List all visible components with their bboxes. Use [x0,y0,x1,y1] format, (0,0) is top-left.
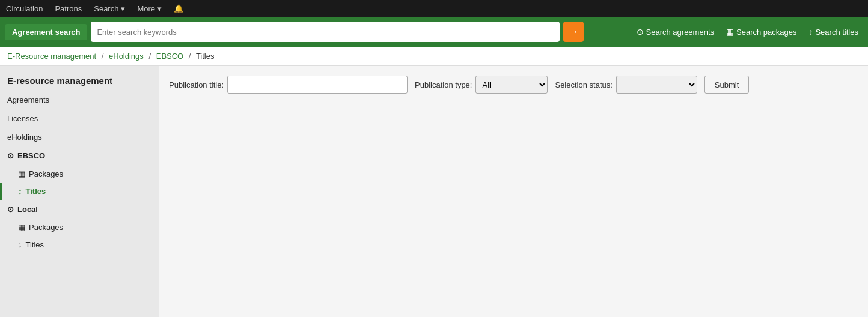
filter-sel-status: Selection status: Selected Not Selected … [555,76,697,94]
sidebar-item-agreements[interactable]: Agreements [0,91,159,109]
search-input-wrapper [91,22,560,42]
sidebar-subitem-ebsco-titles[interactable]: ↕ Titles [0,183,159,200]
sidebar-group-local[interactable]: ⊙ Local [0,200,159,219]
local-group-icon: ⊙ [7,205,14,214]
content-area: Publication title: Publication type: All… [159,66,868,317]
titles-icon: ↕ [808,27,813,37]
titles-icon: ↕ [18,240,22,249]
arrow-right-icon: → [569,26,578,37]
search-bar-row: Agreement search → ⊙ Search agreements ▦… [0,17,868,47]
search-input[interactable] [91,22,560,42]
nav-search[interactable]: Search ▾ [94,4,125,13]
agreements-icon: ⊙ [637,27,644,37]
packages-icon: ▦ [726,27,734,37]
breadcrumb-sep-2: / [148,52,151,61]
sidebar-group-ebsco[interactable]: ⊙ EBSCO [0,146,159,165]
breadcrumb: E-Resource management / eHoldings / EBSC… [0,47,868,66]
sidebar-item-eholdings[interactable]: eHoldings [0,128,159,146]
chevron-down-icon: ▾ [121,4,125,13]
pub-title-label: Publication title: [169,80,224,89]
sidebar-subitem-local-packages[interactable]: ▦ Packages [0,219,159,236]
ebsco-group-icon: ⊙ [7,151,14,160]
pub-title-input[interactable] [227,76,408,94]
search-tab-label[interactable]: Agreement search [5,24,87,40]
breadcrumb-current: Titles [196,52,215,61]
chevron-down-icon: ▾ [157,4,162,13]
packages-icon: ▦ [18,223,25,232]
sidebar-subitem-ebsco-packages[interactable]: ▦ Packages [0,165,159,183]
breadcrumb-sep-1: / [102,52,104,61]
main-layout: E-resource management Agreements License… [0,66,868,317]
packages-icon: ▦ [18,169,25,178]
filter-pub-type: Publication type: All Book Journal Datab… [415,76,548,94]
pub-type-select[interactable]: All Book Journal Database [475,76,548,94]
sidebar-item-licenses[interactable]: Licenses [0,109,159,128]
nav-patrons[interactable]: Patrons [55,4,82,13]
search-type-titles[interactable]: ↕ Search titles [804,25,863,39]
breadcrumb-sep-3: / [189,52,191,61]
nav-circulation[interactable]: Circulation [6,4,43,13]
pub-type-label: Publication type: [415,80,472,89]
search-type-agreements[interactable]: ⊙ Search agreements [632,25,719,39]
breadcrumb-eholdings[interactable]: eHoldings [109,52,144,61]
breadcrumb-eresource[interactable]: E-Resource management [7,52,96,61]
sidebar-subitem-local-titles[interactable]: ↕ Titles [0,236,159,253]
sidebar-section-title: E-resource management [0,71,159,91]
titles-icon: ↕ [18,187,22,196]
nav-more[interactable]: More ▾ [137,4,162,13]
sidebar: E-resource management Agreements License… [0,66,159,317]
sel-status-select[interactable]: Selected Not Selected Partially Selected [616,76,697,94]
filter-row: Publication title: Publication type: All… [169,76,858,94]
search-go-button[interactable]: → [563,22,584,42]
search-type-links: ⊙ Search agreements ▦ Search packages ↕ … [632,25,863,39]
submit-button[interactable]: Submit [704,76,749,94]
nav-notifications[interactable]: 🔔 [174,4,183,13]
top-nav: Circulation Patrons Search ▾ More ▾ 🔔 [0,0,868,17]
search-type-packages[interactable]: ▦ Search packages [721,25,801,39]
sel-status-label: Selection status: [555,80,612,89]
breadcrumb-ebsco[interactable]: EBSCO [156,52,184,61]
filter-pub-title: Publication title: [169,76,408,94]
